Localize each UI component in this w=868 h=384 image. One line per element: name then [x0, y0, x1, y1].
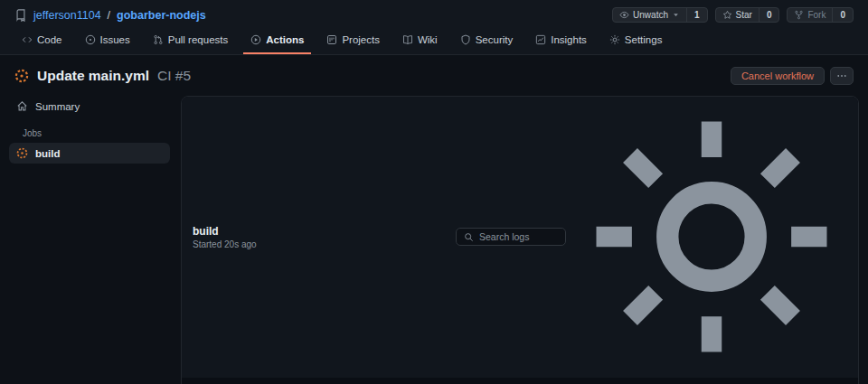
- kebab-icon: [836, 70, 847, 81]
- search-logs-input[interactable]: [479, 231, 558, 242]
- tab-wiki[interactable]: Wiki: [395, 28, 445, 54]
- sidebar-job-build[interactable]: build: [9, 143, 170, 164]
- gear-icon: [576, 101, 847, 372]
- search-icon: [464, 232, 474, 242]
- fork-button[interactable]: Fork 0: [787, 7, 854, 23]
- tab-issues[interactable]: Issues: [78, 28, 137, 54]
- actions-icon: [250, 34, 261, 45]
- tab-label: Insights: [551, 34, 587, 45]
- cancel-workflow-button[interactable]: Cancel workflow: [731, 67, 825, 85]
- tab-label: Projects: [342, 34, 380, 45]
- tab-pull-requests[interactable]: Pull requests: [146, 28, 235, 54]
- tab-label: Settings: [625, 34, 663, 45]
- job-meta: build Started 20s ago: [193, 225, 257, 249]
- settings-icon: [609, 34, 620, 45]
- button-label: Star: [736, 10, 752, 20]
- star-button[interactable]: Star 0: [715, 7, 780, 23]
- tab-projects[interactable]: Projects: [319, 28, 387, 54]
- pull-request-icon: [153, 34, 164, 45]
- workflow-run-header: Update main.yml CI #5 Cancel workflow: [0, 55, 868, 93]
- run-sidebar: Summary Jobs build: [7, 93, 172, 164]
- security-icon: [460, 34, 471, 45]
- tab-code[interactable]: Code: [14, 28, 70, 54]
- insights-icon: [535, 34, 546, 45]
- progress-icon: [14, 69, 29, 83]
- repo-action-buttons: Unwatch 1 Star 0 Fork 0: [612, 7, 854, 23]
- caret-down-icon: [672, 11, 680, 19]
- button-count[interactable]: 0: [832, 8, 853, 22]
- eye-icon: [619, 10, 629, 20]
- home-icon: [16, 100, 28, 112]
- repo-nav-tabs: Code Issues Pull requests Actions Projec…: [0, 28, 868, 54]
- jobs-section-label: Jobs: [23, 128, 165, 138]
- repo-owner-link[interactable]: jefferson1104: [33, 9, 101, 22]
- run-title: Update main.yml: [37, 68, 149, 84]
- panel-tools: [456, 101, 847, 372]
- tab-label: Pull requests: [168, 34, 228, 45]
- button-label: Fork: [807, 10, 826, 20]
- tab-label: Wiki: [418, 34, 438, 45]
- job-name-label: build: [35, 148, 60, 159]
- tab-label: Actions: [266, 34, 304, 45]
- fork-icon: [794, 10, 804, 20]
- progress-icon: [16, 147, 28, 159]
- github-header: jefferson1104 / gobarber-nodejs Unwatch …: [0, 0, 868, 28]
- issue-icon: [85, 34, 96, 45]
- wiki-icon: [402, 34, 413, 45]
- unwatch-button[interactable]: Unwatch 1: [612, 7, 707, 23]
- job-log-panel: build Started 20s ago Set up job 4s Buil…: [181, 96, 859, 384]
- button-label: Unwatch: [633, 10, 668, 20]
- tab-label: Issues: [100, 34, 130, 45]
- job-title: build: [193, 225, 257, 238]
- github-actions-run-page: jefferson1104 / gobarber-nodejs Unwatch …: [0, 0, 868, 384]
- summary-label: Summary: [35, 101, 80, 112]
- button-count[interactable]: 1: [686, 8, 707, 22]
- job-panel-header: build Started 20s ago: [182, 97, 858, 378]
- steps-list: Set up job 4s Build appleboy/scp-action@…: [182, 378, 858, 384]
- code-icon: [22, 34, 33, 45]
- sidebar-item-summary[interactable]: Summary: [9, 96, 170, 117]
- tab-label: Security: [476, 34, 514, 45]
- tab-actions[interactable]: Actions: [243, 28, 311, 54]
- star-icon: [722, 10, 732, 20]
- repo-icon: [14, 9, 27, 22]
- run-number: CI #5: [157, 68, 191, 84]
- tab-insights[interactable]: Insights: [528, 28, 594, 54]
- repo-name-link[interactable]: gobarber-nodejs: [117, 9, 206, 22]
- tab-settings[interactable]: Settings: [602, 28, 670, 54]
- job-started-text: Started 20s ago: [193, 239, 257, 249]
- log-settings-button[interactable]: [576, 101, 847, 372]
- run-actions: Cancel workflow: [731, 67, 854, 85]
- button-count[interactable]: 0: [759, 8, 779, 22]
- more-options-button[interactable]: [830, 67, 854, 85]
- breadcrumb-separator: /: [108, 9, 110, 22]
- github-top-bar: jefferson1104 / gobarber-nodejs Unwatch …: [0, 0, 868, 55]
- breadcrumb: jefferson1104 / gobarber-nodejs: [14, 9, 206, 22]
- tab-label: Code: [37, 34, 62, 45]
- tab-security[interactable]: Security: [453, 28, 521, 54]
- run-content: Summary Jobs build build Started 20s ago: [0, 93, 868, 384]
- log-search-box: [456, 228, 566, 246]
- projects-icon: [326, 34, 337, 45]
